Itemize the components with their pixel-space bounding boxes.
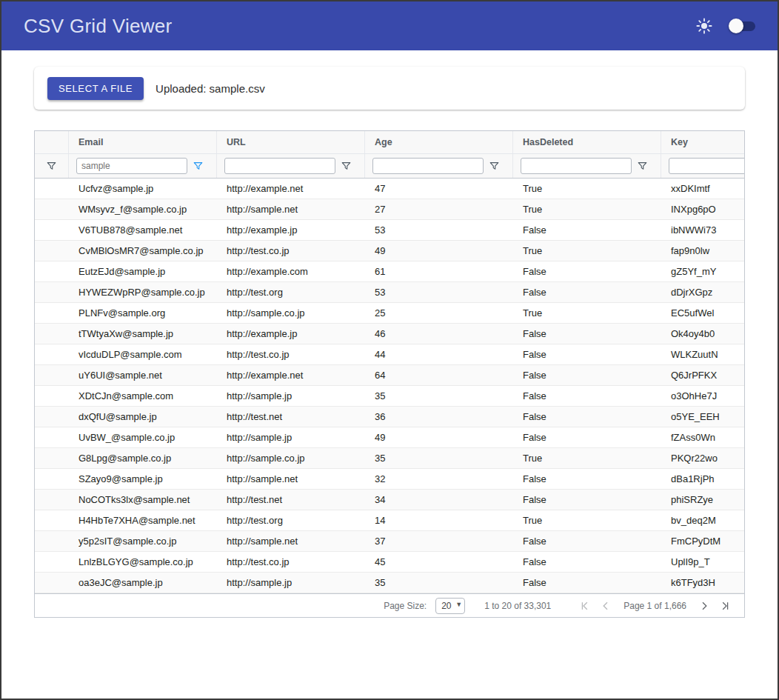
table-row[interactable]: CvMBlOsMR7@sample.co.jphttp://test.co.jp…: [35, 241, 744, 261]
table-cell: False: [513, 494, 661, 505]
table-row[interactable]: dxQfU@sample.jphttp://test.net36Falseo5Y…: [35, 407, 744, 427]
table-cell: True: [513, 204, 661, 215]
email-filter-input[interactable]: [76, 158, 187, 174]
column-header-url[interactable]: URL: [217, 131, 365, 153]
table-cell: False: [513, 266, 661, 277]
key-filter-input[interactable]: [669, 158, 744, 174]
column-header-age[interactable]: Age: [365, 131, 513, 153]
table-cell: CvMBlOsMR7@sample.co.jp: [69, 245, 217, 256]
table-cell: 14: [365, 515, 513, 526]
table-cell: SZayo9@sample.jp: [69, 473, 217, 484]
table-cell: WMsyvz_f@sample.co.jp: [69, 204, 217, 215]
table-cell: bv_deq2M: [661, 515, 744, 526]
table-cell: xxDKImtf: [661, 183, 744, 194]
table-row[interactable]: SZayo9@sample.jphttp://sample.net32False…: [35, 469, 744, 490]
table-row[interactable]: XDtCJn@sample.comhttp://sample.jp35False…: [35, 386, 744, 407]
table-cell: 27: [365, 204, 513, 215]
url-filter-input[interactable]: [224, 158, 335, 174]
table-cell: o5YE_EEH: [661, 411, 744, 422]
table-row[interactable]: WMsyvz_f@sample.co.jphttp://sample.net27…: [35, 199, 744, 220]
table-cell: H4HbTe7XHA@sample.net: [69, 515, 217, 526]
table-cell: phiSRZye: [661, 494, 744, 505]
column-header-blank[interactable]: [35, 131, 69, 153]
table-row[interactable]: G8Lpg@sample.co.jphttp://sample.co.jp35T…: [35, 448, 744, 469]
table-cell: http://sample.jp: [217, 390, 365, 401]
column-header-hasdeleted[interactable]: HasDeleted: [513, 131, 661, 153]
table-cell: dBa1RjPh: [661, 473, 744, 484]
grid-footer: Page Size: 20 ▼ 1 to 20 of 33,301 Page 1…: [35, 593, 744, 617]
table-cell: http://example.net: [217, 183, 365, 194]
table-cell: http://example.jp: [217, 224, 365, 236]
table-cell: http://test.org: [217, 287, 365, 298]
row-range-text: 1 to 20 of 33,301: [484, 601, 551, 611]
table-row[interactable]: oa3eJC@sample.jphttp://sample.jp35Falsek…: [35, 573, 744, 593]
table-cell: False: [513, 432, 661, 443]
table-cell: False: [513, 473, 661, 484]
table-row[interactable]: y5p2sIT@sample.co.jphttp://sample.net37F…: [35, 531, 744, 552]
table-cell: INXpg6pO: [661, 204, 744, 215]
table-row[interactable]: EutzEJd@sample.jphttp://example.com61Fal…: [35, 261, 744, 282]
table-cell: 37: [365, 536, 513, 547]
table-cell: False: [513, 556, 661, 567]
table-cell: False: [513, 536, 661, 547]
table-row[interactable]: uY6UI@sample.nethttp://example.net64Fals…: [35, 365, 744, 386]
table-cell: G8Lpg@sample.co.jp: [69, 453, 217, 464]
table-cell: http://test.co.jp: [217, 556, 365, 567]
first-page-button[interactable]: [576, 597, 594, 615]
table-cell: y5p2sIT@sample.co.jp: [69, 536, 217, 547]
table-row[interactable]: HYWEZWpRP@sample.co.jphttp://test.org53F…: [35, 282, 744, 303]
table-cell: 44: [365, 349, 513, 360]
table-cell: ibNWWi73: [661, 224, 744, 236]
table-row[interactable]: V6TUB878@sample.nethttp://example.jp53Fa…: [35, 220, 744, 241]
brightness-icon[interactable]: [696, 18, 712, 34]
table-cell: UplI9p_T: [661, 556, 744, 567]
table-row[interactable]: PLNFv@sample.orghttp://sample.co.jp25Tru…: [35, 303, 744, 324]
table-cell: True: [513, 453, 661, 464]
table-cell: Ucfvz@sample.jp: [69, 183, 217, 194]
table-cell: gZ5Yf_mY: [661, 266, 744, 277]
filter-cell-email: [69, 154, 217, 178]
table-cell: http://sample.jp: [217, 577, 365, 588]
table-row[interactable]: vIcduDLP@sample.comhttp://test.co.jp44Fa…: [35, 344, 744, 365]
table-cell: http://example.jp: [217, 328, 365, 339]
app-header: CSV Grid Viewer: [1, 1, 778, 50]
age-filter-input[interactable]: [372, 158, 484, 174]
filter-funnel-icon[interactable]: [489, 161, 499, 171]
filter-funnel-icon[interactable]: [638, 161, 647, 171]
previous-page-button[interactable]: [597, 597, 615, 615]
column-header-email[interactable]: Email: [69, 131, 217, 153]
table-cell: 35: [365, 453, 513, 464]
table-cell: tTWtyaXw@sample.jp: [69, 328, 217, 339]
page-indicator-text: Page 1 of 1,666: [623, 601, 686, 611]
table-cell: 45: [365, 556, 513, 567]
table-cell: http://sample.net: [217, 204, 365, 215]
table-cell: False: [513, 349, 661, 360]
table-cell: True: [513, 183, 661, 194]
table-row[interactable]: H4HbTe7XHA@sample.nethttp://test.org14Tr…: [35, 510, 744, 531]
table-row[interactable]: UvBW_@sample.co.jphttp://sample.jp49Fals…: [35, 427, 744, 448]
theme-toggle[interactable]: [729, 18, 757, 34]
table-cell: UvBW_@sample.co.jp: [69, 432, 217, 443]
table-row[interactable]: Ucfvz@sample.jphttp://example.net47Truex…: [35, 179, 744, 199]
last-page-button[interactable]: [716, 597, 734, 615]
filter-funnel-icon-active[interactable]: [193, 161, 203, 171]
table-cell: EutzEJd@sample.jp: [69, 266, 217, 277]
table-row[interactable]: NoCOTks3lx@sample.nethttp://test.net34Fa…: [35, 490, 744, 510]
page-size-select[interactable]: 20: [435, 598, 465, 614]
table-cell: HYWEZWpRP@sample.co.jp: [69, 287, 217, 298]
hasdeleted-filter-input[interactable]: [521, 158, 632, 174]
column-header-key[interactable]: Key: [661, 131, 744, 153]
filter-funnel-icon[interactable]: [47, 161, 56, 171]
select-file-button[interactable]: SELECT A FILE: [47, 77, 144, 100]
next-page-button[interactable]: [695, 597, 713, 615]
table-cell: Q6JrPFKX: [661, 370, 744, 381]
table-cell: WLKZuutN: [661, 349, 744, 360]
table-cell: 25: [365, 307, 513, 319]
filter-funnel-icon[interactable]: [341, 161, 351, 171]
table-row[interactable]: LnlzBLGYG@sample.co.jphttp://test.co.jp4…: [35, 552, 744, 573]
table-cell: http://sample.jp: [217, 432, 365, 443]
table-cell: False: [513, 390, 661, 401]
table-cell: 34: [365, 494, 513, 505]
table-row[interactable]: tTWtyaXw@sample.jphttp://example.jp46Fal…: [35, 324, 744, 344]
table-cell: FmCPyDtM: [661, 536, 744, 547]
